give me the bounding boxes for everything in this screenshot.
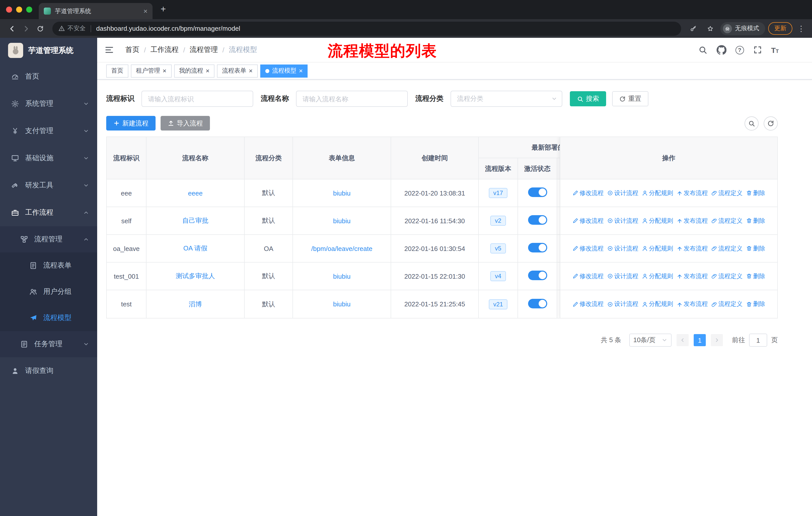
design-process-link[interactable]: 设计流程 — [607, 272, 638, 280]
tag-close-icon[interactable]: × — [206, 67, 209, 74]
form-link[interactable]: biubiu — [333, 300, 350, 308]
browser-tab[interactable]: 芋道管理系统 × — [39, 3, 152, 19]
sidebar-item-home[interactable]: 首页 — [0, 63, 97, 90]
assign-rule-link[interactable]: 分配规则 — [642, 189, 673, 197]
forward-icon[interactable] — [19, 21, 33, 35]
process-name-link[interactable]: OA 请假 — [183, 244, 207, 252]
form-link[interactable]: biubiu — [333, 272, 350, 280]
form-link[interactable]: biubiu — [333, 189, 350, 197]
modify-process-link[interactable]: 修改流程 — [572, 300, 604, 308]
status-toggle[interactable] — [528, 187, 547, 197]
modify-process-link[interactable]: 修改流程 — [572, 189, 604, 197]
publish-process-link[interactable]: 发布流程 — [676, 272, 708, 280]
sidebar-item-process-model[interactable]: 流程模型 — [0, 305, 97, 331]
assign-rule-link[interactable]: 分配规则 — [642, 216, 673, 225]
breadcrumb-item[interactable]: 首页 — [125, 45, 140, 54]
create-process-button[interactable]: 新建流程 — [106, 116, 155, 131]
delete-link[interactable]: 删除 — [746, 189, 765, 197]
address-bar[interactable]: 不安全 dashboard.yudao.iocoder.cn/bpm/manag… — [52, 21, 681, 35]
sidebar-item-system[interactable]: 系统管理 — [0, 90, 97, 117]
minimize-window-button[interactable] — [16, 6, 22, 12]
process-name-input[interactable] — [296, 91, 408, 107]
design-process-link[interactable]: 设计流程 — [607, 189, 638, 197]
process-definition-link[interactable]: 流程定义 — [711, 244, 743, 253]
publish-process-link[interactable]: 发布流程 — [676, 216, 708, 225]
tag-close-icon[interactable]: × — [299, 67, 303, 74]
reset-button[interactable]: 重置 — [612, 91, 648, 106]
delete-link[interactable]: 删除 — [746, 272, 765, 280]
zoom-window-button[interactable] — [26, 6, 32, 12]
tag-process-model-active[interactable]: 流程模型× — [260, 64, 308, 77]
publish-process-link[interactable]: 发布流程 — [676, 189, 708, 197]
sidebar-item-devtools[interactable]: 研发工具 — [0, 172, 97, 199]
bookmark-star-icon[interactable] — [703, 21, 717, 35]
version-badge[interactable]: v5 — [490, 243, 506, 253]
github-icon[interactable] — [716, 45, 726, 55]
breadcrumb-item[interactable]: 工作流程 — [150, 45, 179, 54]
design-process-link[interactable]: 设计流程 — [607, 300, 638, 308]
delete-link[interactable]: 删除 — [746, 300, 765, 308]
process-definition-link[interactable]: 流程定义 — [711, 300, 743, 308]
security-indicator[interactable]: 不安全 — [58, 24, 86, 33]
fullscreen-icon[interactable] — [753, 45, 762, 54]
tab-close-icon[interactable]: × — [143, 7, 147, 15]
reload-icon[interactable] — [33, 21, 47, 35]
goto-page-input[interactable] — [749, 333, 767, 347]
assign-rule-link[interactable]: 分配规则 — [642, 272, 673, 280]
page-size-select[interactable]: 10条/页 — [629, 333, 671, 347]
modify-process-link[interactable]: 修改流程 — [572, 244, 604, 253]
process-definition-link[interactable]: 流程定义 — [711, 189, 743, 197]
process-definition-link[interactable]: 流程定义 — [711, 272, 743, 280]
sidebar-item-leave-query[interactable]: 请假查询 — [0, 357, 97, 384]
sidebar-item-task-mgmt[interactable]: 任务管理 — [0, 331, 97, 357]
tag-close-icon[interactable]: × — [249, 67, 253, 74]
update-chrome-button[interactable]: 更新 — [768, 22, 792, 35]
process-definition-link[interactable]: 流程定义 — [711, 216, 743, 225]
process-key-input[interactable] — [141, 91, 253, 107]
assign-rule-link[interactable]: 分配规则 — [642, 300, 673, 308]
refresh-table-button[interactable] — [764, 116, 778, 130]
form-link[interactable]: /bpm/oa/leave/create — [311, 245, 373, 252]
user-avatar[interactable] — [788, 41, 805, 58]
breadcrumb-item[interactable]: 流程管理 — [190, 45, 218, 54]
sidebar-item-workflow[interactable]: 工作流程 — [0, 199, 97, 226]
process-category-select[interactable]: 流程分类 — [451, 91, 562, 107]
modify-process-link[interactable]: 修改流程 — [572, 272, 604, 280]
prev-page-button[interactable] — [676, 334, 689, 346]
process-name-link[interactable]: 自己审批 — [182, 217, 208, 224]
status-toggle[interactable] — [528, 271, 547, 280]
import-process-button[interactable]: 导入流程 — [161, 116, 210, 131]
publish-process-link[interactable]: 发布流程 — [676, 300, 708, 308]
design-process-link[interactable]: 设计流程 — [607, 216, 638, 225]
sidebar-collapse-icon[interactable] — [104, 45, 114, 55]
browser-menu-icon[interactable]: ⋮ — [795, 24, 807, 33]
tag-close-icon[interactable]: × — [163, 67, 166, 74]
design-process-link[interactable]: 设计流程 — [607, 244, 638, 253]
sidebar-item-process-form[interactable]: 流程表单 — [0, 252, 97, 279]
current-page-button[interactable]: 1 — [694, 334, 706, 346]
process-name-link[interactable]: 测试多审批人 — [176, 272, 215, 280]
sidebar-item-user-group[interactable]: 用户分组 — [0, 279, 97, 305]
new-tab-button[interactable]: + — [161, 4, 166, 13]
next-page-button[interactable] — [711, 334, 723, 346]
password-key-icon[interactable] — [686, 21, 700, 35]
help-icon[interactable]: ? — [735, 46, 744, 54]
tag-home[interactable]: 首页 — [106, 64, 128, 77]
version-badge[interactable]: v21 — [489, 299, 508, 309]
delete-link[interactable]: 删除 — [746, 216, 765, 225]
version-badge[interactable]: v4 — [490, 271, 506, 281]
tag-my-process[interactable]: 我的流程× — [174, 64, 214, 77]
close-window-button[interactable] — [6, 6, 12, 12]
sidebar-item-payment[interactable]: 支付管理 — [0, 117, 97, 145]
process-name-link[interactable]: 滔博 — [189, 300, 202, 308]
assign-rule-link[interactable]: 分配规则 — [642, 244, 673, 253]
sidebar-item-process-mgmt[interactable]: 流程管理 — [0, 226, 97, 252]
modify-process-link[interactable]: 修改流程 — [572, 216, 604, 225]
status-toggle[interactable] — [528, 215, 547, 225]
version-badge[interactable]: v17 — [489, 188, 508, 198]
tag-process-form[interactable]: 流程表单× — [217, 64, 258, 77]
back-icon[interactable] — [5, 21, 19, 35]
search-button[interactable]: 搜索 — [570, 91, 606, 106]
process-name-link[interactable]: eeee — [188, 189, 203, 197]
form-link[interactable]: biubiu — [333, 217, 350, 224]
